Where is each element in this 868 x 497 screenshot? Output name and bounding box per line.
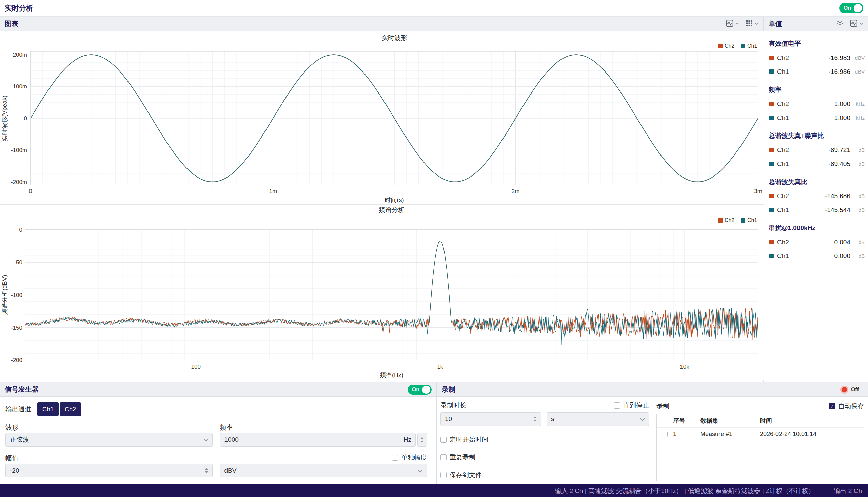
channel-label: Ch2 [777, 54, 789, 62]
duration-unit-select[interactable]: s [547, 412, 649, 426]
channel-color-swatch [769, 254, 774, 258]
value-group: 串扰@1.000kHzCh20.004dBCh10.000dB [764, 222, 868, 263]
value-unit: dB [852, 239, 865, 245]
spectrum-line-ch1 [25, 241, 758, 345]
record-power-toggle[interactable]: Off [839, 384, 863, 395]
output-channel-ch1[interactable]: Ch1 [37, 402, 59, 416]
autosave-label: 自动保存 [838, 402, 864, 411]
table-col-header: 序号 [673, 417, 700, 425]
generator-toggle-label: On [412, 386, 419, 393]
chevron-down-icon [418, 468, 423, 473]
save-to-file-option[interactable]: 保存到文件 [440, 471, 649, 479]
value-unit: dB [852, 161, 865, 167]
duration-input[interactable] [445, 415, 530, 423]
until-stop-label: 直到停止 [623, 401, 649, 410]
until-stop-option[interactable]: 直到停止 [614, 401, 649, 410]
channel-label: Ch1 [777, 252, 789, 260]
output-channel-label: 输出通道 [5, 405, 31, 414]
svg-text:实时波形(Vpeak): 实时波形(Vpeak) [1, 95, 8, 141]
individual-amplitude-row: 单独幅度 [220, 454, 427, 462]
amplitude-stepper[interactable] [205, 468, 208, 473]
repeat-record-checkbox[interactable] [440, 454, 446, 460]
realtime-toggle-label: On [844, 5, 851, 11]
save-to-file-checkbox[interactable] [440, 472, 446, 478]
generator-power-toggle[interactable]: On [408, 384, 432, 395]
value-group-title: 总谐波失真+噪声比 [764, 129, 868, 143]
generator-form-right: 频率 Hz 单独幅度 dBV [220, 423, 427, 477]
frequency-stepper[interactable] [417, 433, 427, 446]
realtime-analysis-app: 实时分析 On 图表 [0, 0, 868, 497]
value-row: Ch21.000kHz [764, 97, 868, 111]
waveform-chart-container: 实时波形Ch1Ch2200m100m0-100m-200m01m2m3m时间(s… [0, 31, 763, 204]
row-checkbox[interactable] [662, 431, 667, 437]
repeat-record-label: 重复录制 [450, 453, 476, 462]
scheduled-start-label: 定时开始时间 [450, 435, 488, 444]
save-to-file-label: 保存到文件 [450, 471, 482, 479]
channel-label: Ch1 [777, 114, 789, 122]
value-group: 总谐波失真比Ch2-145.686dBCh1-145.544dB [764, 175, 868, 217]
realtime-power-toggle[interactable]: On [839, 3, 863, 13]
waveform-select-value: 正弦波 [10, 435, 29, 444]
value-unit: kHz [852, 115, 865, 120]
svg-text:100: 100 [191, 364, 201, 370]
value-unit: dB [852, 147, 865, 153]
channel-label: Ch2 [777, 239, 789, 246]
status-bar: 输入 2 Ch | 高通滤波 交流耦合（小于10Hz） | 低通滤波 奈奎斯特滤… [0, 484, 868, 497]
svg-text:2m: 2m [512, 188, 520, 195]
value-readout: -89.405 [829, 160, 850, 168]
amplitude-input[interactable] [10, 467, 202, 474]
record-list-header-row: 录制 ✓ 自动保存 [657, 402, 864, 410]
record-header: 录制 Off [437, 383, 868, 397]
svg-text:频谱分析: 频谱分析 [379, 206, 404, 213]
record-table: 序号数据集时间 1Measure #12026-02-24 10:01:14 [657, 414, 864, 481]
channel-color-swatch [769, 148, 774, 152]
svg-text:1m: 1m [269, 188, 277, 195]
row-checkbox-cell [657, 431, 673, 437]
individual-amplitude-checkbox[interactable] [392, 455, 398, 461]
generator-title: 信号发生器 [5, 385, 39, 394]
value-group: 有效值电平Ch2-16.983dBVCh1-16.986dBV [764, 37, 868, 79]
charts-panel-header: 图表 [0, 17, 763, 31]
value-readout: 0.004 [834, 239, 850, 246]
autosave-checkbox[interactable]: ✓ [829, 403, 835, 409]
spectrum-chart: 频谱分析Ch1Ch20-50-100-150-2001001k10k频率(Hz)… [0, 204, 763, 380]
scheduled-start-checkbox[interactable] [440, 437, 446, 443]
duration-stepper[interactable] [533, 416, 537, 422]
channel-color-swatch [769, 194, 774, 198]
chart-style-menu[interactable] [726, 20, 739, 28]
svg-text:Ch1: Ch1 [747, 43, 757, 49]
waveform-chart: 实时波形Ch1Ch2200m100m0-100m-200m01m2m3m时间(s… [0, 31, 763, 204]
gear-icon[interactable] [837, 20, 843, 28]
scheduled-start-option[interactable]: 定时开始时间 [440, 435, 649, 444]
record-duration-label: 录制时长 [440, 401, 466, 410]
channel-color-swatch [769, 56, 774, 60]
amplitude-unit-select[interactable]: dBV [220, 464, 427, 477]
channel-color-swatch [769, 208, 774, 212]
value-unit: dBV [852, 69, 865, 74]
values-display-menu[interactable] [850, 20, 863, 28]
table-row[interactable]: 1Measure #12026-02-24 10:01:14 [657, 428, 864, 441]
output-channel-ch2[interactable]: Ch2 [60, 402, 81, 416]
frequency-input[interactable] [224, 436, 401, 443]
value-readout: 0.000 [834, 252, 850, 260]
record-title: 录制 [442, 385, 455, 394]
value-group: 频率Ch21.000kHzCh11.000kHz [764, 83, 868, 125]
toggle-knob [854, 4, 862, 12]
value-row: Ch2-145.686dB [764, 189, 868, 203]
chevron-down-icon [735, 21, 739, 27]
individual-amplitude-option[interactable]: 单独幅度 [392, 453, 427, 462]
autosave-option[interactable]: ✓ 自动保存 [829, 402, 864, 411]
output-channel-buttons: Ch1Ch2 [37, 402, 81, 416]
grid-layout-icon [746, 20, 753, 28]
values-list: 有效值电平Ch2-16.983dBVCh1-16.986dBV频率Ch21.00… [764, 31, 868, 263]
chart-layout-menu[interactable] [746, 20, 758, 28]
svg-text:Ch2: Ch2 [725, 217, 734, 223]
svg-text:0: 0 [24, 115, 27, 122]
value-group-title: 总谐波失真比 [764, 175, 868, 189]
repeat-record-option[interactable]: 重复录制 [440, 453, 649, 462]
value-row: Ch20.004dB [764, 235, 868, 249]
until-stop-checkbox[interactable] [614, 402, 620, 409]
value-group-title: 串扰@1.000kHz [764, 222, 868, 235]
waveform-select[interactable]: 正弦波 [5, 433, 212, 446]
table-col-header: 时间 [760, 417, 864, 425]
